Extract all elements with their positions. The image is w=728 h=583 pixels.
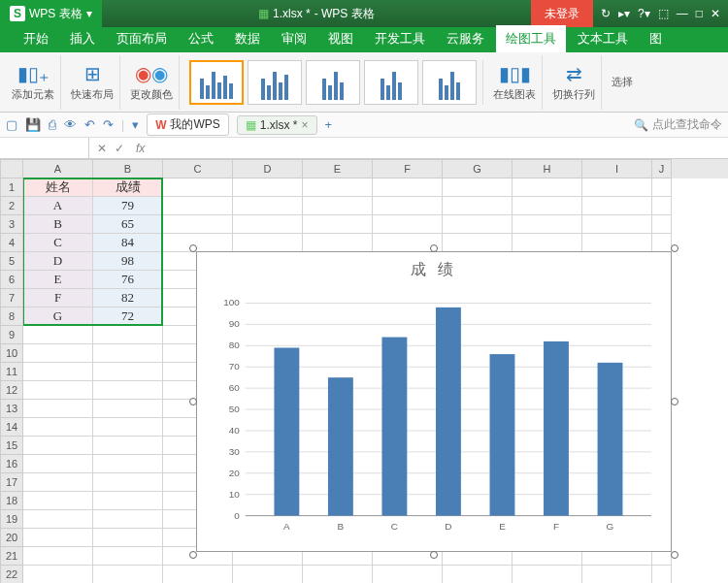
login-button[interactable]: 未登录 — [531, 0, 593, 27]
cell-A10[interactable] — [23, 344, 93, 363]
col-header-A[interactable]: A — [23, 159, 93, 178]
cell-I3[interactable] — [582, 215, 652, 234]
cell-F3[interactable] — [373, 215, 443, 234]
cell-A14[interactable] — [23, 418, 93, 437]
cell-I4[interactable] — [582, 234, 652, 252]
cell-I2[interactable] — [582, 197, 652, 215]
cell-B8[interactable]: 72 — [93, 308, 163, 326]
cell-A1[interactable]: 姓名 — [23, 178, 93, 197]
cell-B17[interactable] — [93, 473, 163, 492]
app-menu[interactable]: S WPS 表格 ▾ — [0, 0, 102, 27]
cell-E1[interactable] — [303, 178, 373, 197]
chart-plot[interactable]: 0102030405060708090100ABCDEFG — [197, 288, 671, 550]
chart-style-5[interactable] — [422, 60, 477, 105]
col-header-D[interactable]: D — [233, 159, 303, 178]
add-element-button[interactable]: ▮▯₊ 添加元素 — [6, 55, 61, 110]
cell-C3[interactable] — [163, 215, 233, 234]
cell-E22[interactable] — [303, 566, 373, 583]
maximize-icon[interactable]: □ — [696, 7, 703, 20]
chart-style-3[interactable] — [306, 60, 360, 105]
col-header-B[interactable]: B — [93, 159, 163, 178]
col-header-C[interactable]: C — [163, 159, 233, 178]
row-header-1[interactable]: 1 — [0, 178, 23, 197]
row-header-8[interactable]: 8 — [0, 308, 23, 326]
sync-icon[interactable]: ↻ — [601, 7, 611, 20]
cell-H2[interactable] — [513, 197, 582, 215]
accept-icon[interactable]: ✓ — [115, 142, 124, 155]
row-header-3[interactable]: 3 — [0, 215, 23, 234]
row-header-17[interactable]: 17 — [0, 473, 23, 492]
cell-A4[interactable]: C — [23, 234, 93, 252]
document-tab[interactable]: ▦ 1.xlsx * × — [237, 115, 317, 135]
row-header-20[interactable]: 20 — [0, 529, 23, 547]
cell-D3[interactable] — [233, 215, 303, 234]
cell-F1[interactable] — [373, 178, 443, 197]
ribbon-tab-3[interactable]: 公式 — [179, 25, 223, 52]
cell-D4[interactable] — [233, 234, 303, 252]
cell-G22[interactable] — [443, 566, 513, 583]
cell-C4[interactable] — [163, 234, 233, 252]
cell-A21[interactable] — [23, 547, 93, 566]
search-commands[interactable]: 🔍 点此查找命令 — [634, 116, 722, 133]
fx-icon[interactable]: fx — [132, 142, 149, 155]
select-button[interactable]: 选择 — [606, 55, 639, 110]
row-header-4[interactable]: 4 — [0, 234, 23, 252]
cell-B7[interactable]: 82 — [93, 289, 163, 308]
row-header-2[interactable]: 2 — [0, 197, 23, 215]
cell-H22[interactable] — [513, 566, 582, 583]
cell-A7[interactable]: F — [23, 289, 93, 308]
cell-D22[interactable] — [233, 566, 303, 583]
cell-B4[interactable]: 84 — [93, 234, 163, 252]
row-header-6[interactable]: 6 — [0, 271, 23, 289]
cell-D2[interactable] — [233, 197, 303, 215]
my-wps-tab[interactable]: W 我的WPS — [147, 113, 229, 136]
cell-B11[interactable] — [93, 363, 163, 381]
col-header-J[interactable]: J — [652, 159, 672, 178]
ribbon-tab-4[interactable]: 数据 — [225, 25, 270, 52]
row-header-14[interactable]: 14 — [0, 418, 23, 437]
change-color-button[interactable]: ◉◉ 更改颜色 — [124, 55, 180, 110]
ribbon-tab-5[interactable]: 审阅 — [272, 25, 316, 52]
ribbon-tab-7[interactable]: 开发工具 — [365, 25, 435, 52]
name-box[interactable] — [0, 138, 89, 158]
minimize-icon[interactable]: — — [677, 7, 688, 20]
cell-B15[interactable] — [93, 437, 163, 455]
ribbon-tab-8[interactable]: 云服务 — [437, 25, 494, 52]
cell-B18[interactable] — [93, 492, 163, 510]
cell-B13[interactable] — [93, 400, 163, 418]
cell-G1[interactable] — [443, 178, 513, 197]
cell-C2[interactable] — [163, 197, 233, 215]
ribbon-tab-9[interactable]: 绘图工具 — [496, 25, 566, 52]
more-icon[interactable]: ▾ — [132, 117, 139, 132]
cell-B20[interactable] — [93, 529, 163, 547]
ribbon-tab-6[interactable]: 视图 — [318, 25, 363, 52]
cell-E3[interactable] — [303, 215, 373, 234]
row-header-11[interactable]: 11 — [0, 363, 23, 381]
cell-B12[interactable] — [93, 381, 163, 400]
ribbon-tab-0[interactable]: 开始 — [14, 25, 58, 52]
cell-A9[interactable] — [23, 326, 93, 344]
cell-A3[interactable]: B — [23, 215, 93, 234]
row-header-10[interactable]: 10 — [0, 344, 23, 363]
col-header-G[interactable]: G — [443, 159, 513, 178]
cell-A18[interactable] — [23, 492, 93, 510]
cell-B21[interactable] — [93, 547, 163, 566]
cell-F2[interactable] — [373, 197, 443, 215]
cell-B16[interactable] — [93, 455, 163, 473]
row-header-22[interactable]: 22 — [0, 566, 23, 583]
ribbon-tab-10[interactable]: 文本工具 — [568, 25, 638, 52]
ribbon-tab-11[interactable]: 图 — [640, 25, 672, 52]
row-header-16[interactable]: 16 — [0, 455, 23, 473]
cell-A17[interactable] — [23, 473, 93, 492]
new-icon[interactable]: ▢ — [6, 117, 17, 132]
cell-H1[interactable] — [513, 178, 582, 197]
online-chart-button[interactable]: ▮▯▮ 在线图表 — [487, 55, 543, 110]
cell-I22[interactable] — [582, 566, 652, 583]
cell-I1[interactable] — [582, 178, 652, 197]
chart-title[interactable]: 成 绩 — [197, 252, 671, 288]
ribbon-tab-2[interactable]: 页面布局 — [107, 25, 177, 52]
select-all-corner[interactable] — [0, 159, 23, 178]
cell-J3[interactable] — [652, 215, 672, 234]
switch-rowcol-button[interactable]: ⇄ 切换行列 — [546, 55, 602, 110]
cloud-icon[interactable]: ▸▾ — [618, 7, 630, 20]
